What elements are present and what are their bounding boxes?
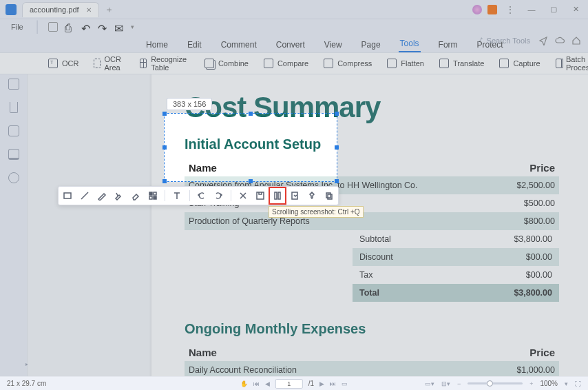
menu-view[interactable]: View	[323, 37, 344, 52]
minimize-button[interactable]: —	[523, 3, 540, 17]
zoom-in-button[interactable]: +	[529, 380, 533, 387]
hand-tool-icon[interactable]: ✋	[240, 380, 248, 387]
file-menu[interactable]: File	[7, 21, 28, 32]
maximize-button[interactable]: ▢	[545, 3, 562, 17]
svg-rect-6	[275, 192, 277, 199]
attachments-icon[interactable]	[8, 149, 19, 160]
batch-process-button[interactable]: Batch Process	[556, 55, 588, 72]
last-page-icon[interactable]: ⏭	[330, 380, 336, 387]
page-title: Cost Summary	[185, 91, 559, 124]
left-sidebar	[0, 74, 28, 376]
mosaic-tool-icon[interactable]	[147, 190, 158, 201]
reading-mode-icon[interactable]: ▭	[342, 380, 348, 387]
menu-page[interactable]: Page	[360, 37, 382, 52]
ocr-area-button[interactable]: OCR Area	[94, 55, 124, 72]
table-row: Daily Account Reconciliation$1,000.00	[185, 361, 559, 376]
menu-tools[interactable]: Tools	[399, 36, 421, 52]
thumbnails-icon[interactable]	[8, 79, 19, 90]
search-tools[interactable]: Search Tools	[476, 37, 530, 45]
translate-button[interactable]: Translate	[439, 59, 484, 68]
eraser-tool-icon[interactable]	[131, 190, 141, 201]
selection-size-badge: 383 x 156	[167, 98, 212, 110]
page-number-input[interactable]: 1	[275, 379, 303, 389]
user-avatar-icon[interactable]	[472, 5, 482, 14]
compress-button[interactable]: Compress	[324, 59, 372, 68]
save-icon[interactable]	[48, 22, 58, 32]
menu-convert[interactable]: Convert	[275, 37, 306, 52]
undo-icon[interactable]: ↶	[81, 22, 91, 32]
magic-wand-icon	[476, 37, 484, 45]
table-header-row: Name Price	[185, 159, 559, 176]
app-logo-icon	[6, 4, 17, 15]
scrolling-screenshot-button[interactable]	[272, 190, 283, 201]
combine-button[interactable]: Combine	[204, 59, 249, 68]
compare-icon	[264, 59, 273, 68]
more-menu-icon[interactable]: ⋮	[503, 4, 518, 15]
close-window-button[interactable]: ✕	[567, 3, 584, 17]
menu-comment[interactable]: Comment	[220, 37, 258, 52]
save-capture-icon[interactable]	[255, 190, 265, 201]
print-icon[interactable]: ⎙	[65, 22, 74, 32]
svg-rect-4	[154, 196, 156, 199]
camera-icon	[499, 59, 509, 68]
pen-tool-icon[interactable]	[96, 190, 107, 201]
copy-capture-icon[interactable]	[324, 190, 334, 201]
col-name-label: Name	[189, 347, 217, 358]
pin-capture-icon[interactable]	[307, 190, 317, 201]
zoom-value-label: 100%	[540, 380, 558, 387]
redo-icon[interactable]: ↷	[98, 22, 107, 32]
add-tab-button[interactable]: ＋	[103, 3, 116, 16]
annotations-icon[interactable]	[8, 125, 19, 136]
zoom-out-button[interactable]: −	[457, 380, 461, 387]
separator	[231, 190, 231, 201]
undo-tool-icon[interactable]	[196, 190, 207, 201]
view-mode-icon[interactable]: ▭▾	[425, 380, 434, 387]
ocr-button[interactable]: TOCR	[48, 59, 78, 68]
share-icon[interactable]	[538, 36, 548, 45]
prev-page-icon[interactable]: ◀	[265, 380, 270, 387]
cancel-capture-icon[interactable]	[238, 190, 249, 201]
document-tab[interactable]: accounting.pdf ✕	[22, 2, 99, 17]
document-viewport[interactable]: Cost Summary Initial Account Setup Name …	[28, 74, 588, 376]
quick-dropdown-icon[interactable]: ▾	[131, 23, 134, 30]
paper-size-label: 21 x 29.7 cm	[7, 380, 46, 387]
export-pdf-icon[interactable]	[290, 190, 300, 201]
rectangle-tool-icon[interactable]	[63, 190, 73, 201]
screenshot-toolbar	[58, 186, 339, 205]
quick-access-bar: File │ ⎙ ↶ ↷ ✉ ▾	[0, 19, 588, 34]
fit-mode-icon[interactable]: ⊟▾	[441, 380, 450, 387]
capture-button[interactable]: Capture	[499, 59, 540, 68]
flatten-button[interactable]: Flatten	[387, 59, 424, 68]
redo-tool-icon[interactable]	[213, 190, 224, 201]
bookmarks-icon[interactable]	[10, 102, 18, 113]
col-price-label: Price	[529, 162, 555, 174]
highlighter-tool-icon[interactable]	[114, 190, 124, 201]
zoom-dropdown-icon[interactable]: ▾	[565, 380, 568, 387]
text-tool-icon[interactable]	[172, 190, 182, 201]
fullscreen-icon[interactable]: ⛶	[575, 380, 581, 387]
menu-home[interactable]: Home	[145, 37, 169, 52]
zoom-slider-knob[interactable]	[487, 380, 493, 387]
search-panel-icon[interactable]	[8, 172, 19, 183]
first-page-icon[interactable]: ⏮	[253, 380, 260, 387]
separator	[189, 190, 190, 201]
combine-icon	[204, 59, 214, 68]
line-tool-icon[interactable]	[80, 190, 90, 201]
recognize-table-button[interactable]: Recognize Table	[140, 55, 189, 72]
menu-edit[interactable]: Edit	[186, 37, 203, 52]
table-icon	[140, 59, 147, 68]
svg-rect-3	[149, 196, 152, 199]
page-total-label: /1	[308, 380, 314, 387]
cloud-icon[interactable]	[555, 36, 565, 45]
search-placeholder: Search Tools	[487, 37, 530, 45]
home-icon[interactable]	[571, 36, 581, 45]
zoom-slider[interactable]	[468, 382, 523, 384]
scrolling-screenshot-tooltip: Scrolling screenshot: Ctrl +Q	[269, 206, 364, 218]
menu-form[interactable]: Form	[437, 37, 459, 52]
compare-button[interactable]: Compare	[264, 59, 308, 68]
email-icon[interactable]: ✉	[114, 22, 124, 32]
compress-icon	[324, 59, 333, 68]
next-page-icon[interactable]: ▶	[319, 380, 324, 387]
notification-icon[interactable]	[487, 5, 497, 14]
close-tab-icon[interactable]: ✕	[86, 6, 92, 14]
